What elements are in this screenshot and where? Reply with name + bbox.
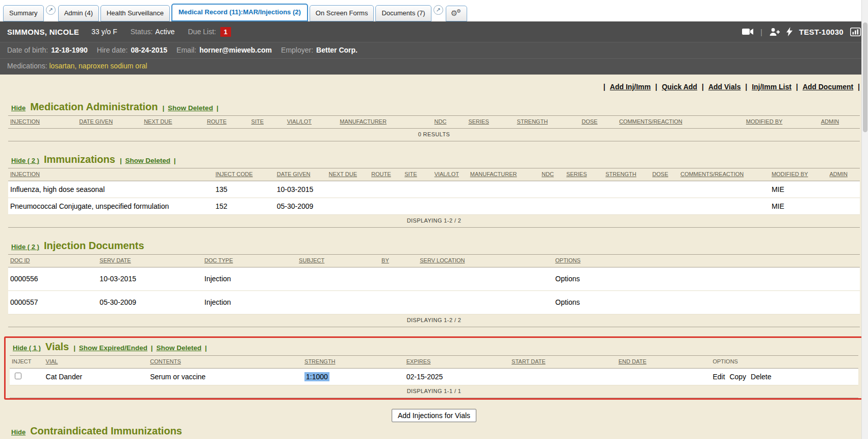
separator (796, 83, 798, 91)
hide-injection-documents-link[interactable]: Hide ( 2 ) (11, 243, 39, 251)
table-row: 0000557 05-30-2009 Injection Options (8, 291, 860, 314)
medication-link-naproxen[interactable]: naproxen sodium oral (74, 62, 147, 70)
immunizations-table: INJECTION INJECT CODE DATE GIVEN NEXT DU… (8, 168, 860, 215)
cell-doc-id: 0000557 (8, 291, 97, 314)
col-serv-location[interactable]: SERV LOCATION (418, 255, 553, 267)
stats-chart-icon[interactable] (850, 28, 861, 36)
patient-header-bar: SIMMONS, NICOLE 33 y/o F Status: Active … (0, 21, 868, 42)
col-date-given[interactable]: DATE GIVEN (275, 168, 327, 181)
tab-admin[interactable]: Admin (4) (58, 5, 99, 21)
col-strength[interactable]: STRENGTH (515, 116, 580, 129)
col-series[interactable]: SERIES (466, 116, 515, 129)
separator (216, 104, 218, 112)
col-expires[interactable]: EXPIRES (404, 356, 509, 369)
tab-health-surveillance[interactable]: Health Surveillance (100, 5, 170, 21)
cell-serv-date: 10-03-2015 (97, 267, 202, 291)
col-injection[interactable]: INJECTION (8, 168, 213, 181)
col-inject-code[interactable]: INJECT CODE (213, 168, 274, 181)
col-subject[interactable]: SUBJECT (297, 255, 379, 267)
video-camera-icon[interactable] (742, 28, 754, 35)
hide-contraindicated-link[interactable]: Hide (11, 428, 25, 436)
add-document-link[interactable]: Add Document (803, 83, 854, 91)
add-injections-for-vials-button[interactable]: Add Injections for Vials (392, 409, 476, 422)
add-person-icon[interactable] (769, 28, 780, 36)
hire-date-label: Hire date: (97, 46, 128, 54)
show-deleted-med-admin-link[interactable]: Show Deleted (168, 104, 213, 112)
button-row: Add Injections for Vials (8, 400, 860, 425)
scrollbar-thumb[interactable] (863, 22, 867, 132)
col-vial-lot[interactable]: VIAL/LOT (285, 116, 338, 129)
show-expired-ended-link[interactable]: Show Expired/Ended (79, 344, 147, 352)
edit-link[interactable]: Edit (712, 373, 725, 381)
col-contents[interactable]: CONTENTS (148, 356, 302, 369)
col-next-due[interactable]: NEXT DUE (142, 116, 205, 129)
col-admin[interactable]: ADMIN (819, 116, 860, 129)
due-list-label: Due List: (188, 28, 216, 36)
col-manufacturer[interactable]: MANUFACTURER (338, 116, 432, 129)
add-vials-link[interactable]: Add Vials (708, 83, 741, 91)
dob-label: Date of birth: (7, 46, 48, 54)
col-vial[interactable]: VIAL (44, 356, 148, 369)
table-row: Influenza, high dose seasonal 135 10-03-… (8, 181, 860, 198)
col-comments-reaction[interactable]: COMMENTS/REACTION (678, 168, 770, 181)
col-route[interactable]: ROUTE (205, 116, 249, 129)
col-series[interactable]: SERIES (564, 168, 603, 181)
gear-glyph-small: ⚙ (456, 8, 461, 14)
col-site[interactable]: SITE (249, 116, 285, 129)
due-list-count-badge[interactable]: 1 (220, 27, 231, 37)
copy-link[interactable]: Copy (729, 373, 746, 381)
col-doc-type[interactable]: DOC TYPE (202, 255, 297, 267)
immunizations-paging: DISPLAYING 1-2 / 2 (8, 215, 860, 228)
col-start-date[interactable]: START DATE (509, 356, 617, 369)
col-serv-date[interactable]: SERV DATE (97, 255, 202, 267)
col-route[interactable]: ROUTE (369, 168, 402, 181)
col-by[interactable]: BY (379, 255, 418, 267)
popout-icon[interactable]: ↗ (46, 5, 56, 15)
show-deleted-immunizations-link[interactable]: Show Deleted (125, 157, 170, 164)
col-dose[interactable]: DOSE (650, 168, 678, 181)
settings-gear-icon[interactable]: ⚙⚙ (446, 6, 467, 21)
col-doc-id[interactable]: DOC ID (8, 255, 97, 267)
medication-link-losartan[interactable]: losartan (49, 62, 74, 70)
hide-vials-link[interactable]: Hide ( 1 ) (13, 344, 41, 352)
patient-age-sex: 33 y/o F (91, 28, 117, 36)
tab-medical-record[interactable]: Medical Record (11):MAR/Injections (2) (171, 4, 308, 21)
col-end-date[interactable]: END DATE (617, 356, 711, 369)
col-comments-reaction[interactable]: COMMENTS/REACTION (617, 116, 744, 129)
options-link[interactable]: Options (555, 298, 580, 306)
inj-imm-list-link[interactable]: Inj/Imm List (752, 83, 792, 91)
col-injection[interactable]: INJECTION (8, 116, 77, 129)
cell-doc-type: Injection (202, 267, 297, 291)
vertical-scrollbar[interactable] (861, 0, 868, 439)
col-date-given[interactable]: DATE GIVEN (77, 116, 142, 129)
col-admin[interactable]: ADMIN (827, 168, 860, 181)
add-inj-imm-link[interactable]: Add Inj/Imm (610, 83, 651, 91)
col-strength[interactable]: STRENGTH (603, 168, 650, 181)
quick-add-link[interactable]: Quick Add (662, 83, 698, 91)
col-strength[interactable]: STRENGTH (302, 356, 404, 369)
col-vial-lot[interactable]: VIAL/LOT (432, 168, 468, 181)
popout-icon[interactable]: ↗ (433, 5, 443, 15)
col-site[interactable]: SITE (402, 168, 432, 181)
hide-immunizations-link[interactable]: Hide ( 2 ) (11, 157, 39, 164)
delete-link[interactable]: Delete (751, 373, 771, 381)
col-manufacturer[interactable]: MANUFACTURER (468, 168, 540, 181)
action-links: Add Inj/Imm Quick Add Add Vials Inj/Imm … (8, 83, 860, 91)
icon-separator: | (760, 28, 762, 36)
col-ndc[interactable]: NDC (432, 116, 467, 129)
cell-strength: 1:1000 (302, 369, 404, 385)
tab-summary[interactable]: Summary (3, 5, 44, 21)
col-next-due[interactable]: NEXT DUE (327, 168, 369, 181)
options-link[interactable]: Options (555, 275, 580, 283)
col-modified-by[interactable]: MODIFIED BY (770, 168, 828, 181)
tab-documents[interactable]: Documents (7) (375, 5, 431, 21)
col-modified-by[interactable]: MODIFIED BY (744, 116, 819, 129)
tab-on-screen-forms[interactable]: On Screen Forms (310, 5, 374, 21)
col-ndc[interactable]: NDC (540, 168, 564, 181)
hide-med-admin-link[interactable]: Hide (11, 104, 25, 112)
col-dose[interactable]: DOSE (579, 116, 617, 129)
col-options[interactable]: OPTIONS (553, 255, 860, 267)
lightning-bolt-icon[interactable] (786, 27, 793, 36)
show-deleted-vials-link[interactable]: Show Deleted (156, 344, 201, 352)
vial-select-checkbox[interactable] (15, 373, 21, 379)
